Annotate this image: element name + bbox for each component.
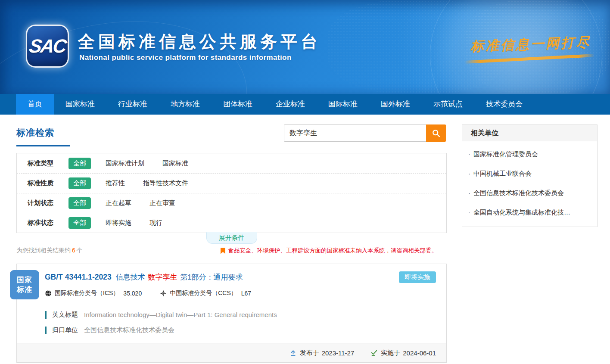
nav-item-pilot[interactable]: 示范试点 [422,94,474,115]
published-date: 2023-11-27 [322,349,355,357]
published-label: 发布于 [300,349,319,357]
filter-option[interactable]: 正在起草 [106,199,131,207]
committee-value: 全国信息技术标准化技术委员会 [84,326,174,334]
site-header: SAC 全国标准信息公共服务平台 National public service… [0,0,610,94]
publish-upload-icon [289,349,297,357]
english-title-label: 英文标题 [52,311,78,319]
filter-all-badge[interactable]: 全部 [68,158,91,169]
related-units-panel: 相关单位 ·国家标准化管理委员会 ·中国机械工业联合会 ·全国信息技术标准化技术… [462,124,598,227]
filter-label: 标准状态 [28,219,68,227]
standard-code-link[interactable]: GB/T 43441.1-2023 [45,273,112,282]
ics-group: 国际标准分类号（ICS） 35.020 [45,289,142,297]
filter-all-badge[interactable]: 全部 [68,217,91,229]
title-highlight: 数字孪生 [147,273,178,281]
results-count-suffix: 个 [77,247,83,254]
search-input[interactable] [284,124,426,142]
nav-item-home[interactable]: 首页 [16,94,54,115]
sidebar-item-it-standards-committee[interactable]: ·全国信息技术标准化技术委员会 [462,184,597,203]
card-footer: 发布于 2023-11-27 实施于 2024-06-01 [17,343,446,362]
site-subtitle: National public service platform for sta… [79,53,292,62]
ccs-value: L67 [241,290,251,297]
implemented-label: 实施于 [381,349,400,357]
main-column: 标准检索 标准类型 全部 国家标准计划 国家标准 标准性质 全 [16,124,447,363]
filter-option[interactable]: 推荐性 [106,179,125,187]
site-title: 全国标准信息公共服务平台 [78,30,321,53]
title-suffix: 第1部分：通用要求 [180,273,243,281]
related-units-title: 相关单位 [462,125,597,141]
filter-option[interactable]: 指导性技术文件 [143,179,188,187]
search-button[interactable] [426,124,446,142]
nav-item-national-standards[interactable]: 国家标准 [54,94,106,115]
compass-icon [160,290,167,297]
content-area: 标准检索 标准类型 全部 国家标准计划 国家标准 标准性质 全 [0,115,610,363]
card-body: GB/T 43441.1-2023 信息技术 数字孪生 第1部分：通用要求 即将… [17,264,446,343]
card-meta-row: 国际标准分类号（ICS） 35.020 中国标准分类号（CCS） L67 [45,289,436,297]
status-badge: 即将实施 [399,271,436,283]
related-units-list: ·国家标准化管理委员会 ·中国机械工业联合会 ·全国信息技术标准化技术委员会 ·… [462,141,597,227]
list-dot: · [468,189,470,196]
filter-option[interactable]: 即将实施 [106,219,131,227]
teal-bar-decoration [45,311,47,319]
list-dot: · [468,150,470,158]
ics-value: 35.020 [123,290,142,297]
sidebar-item-label: 国家标准化管理委员会 [473,150,538,158]
nav-item-group-standards[interactable]: 团体标准 [212,94,264,115]
standard-type-badge: 国家 标准 [10,270,39,299]
sac-logo: SAC [26,25,69,68]
standard-result-card: 国家 标准 GB/T 43441.1-2023 信息技术 数字孪生 第1部分：通… [16,264,447,363]
list-dot: · [468,170,470,177]
filter-row-standard-type: 标准类型 全部 国家标准计划 国家标准 [17,153,446,173]
type-badge-line2: 标准 [17,285,32,295]
title-prefix: 信息技术 [116,273,145,281]
english-title-value: Information technology—Digital twin—Part… [84,311,277,318]
nav-item-technical-committee[interactable]: 技术委员会 [474,94,534,115]
notice-text: 食品安全、环境保护、工程建设方面的国家标准未纳入本系统，请咨询相关部委。 [228,247,437,255]
nav-item-industry-standards[interactable]: 行业标准 [106,94,159,115]
committee-row: 归口单位 全国信息技术标准化技术委员会 [45,326,436,334]
nav-item-international-standards[interactable]: 国际标准 [317,94,369,115]
main-nav: 首页 国家标准 行业标准 地方标准 团体标准 企业标准 国际标准 国外标准 示范… [0,94,610,115]
sidebar-item-machinery-federation[interactable]: ·中国机械工业联合会 [462,164,597,184]
card-title-row: GB/T 43441.1-2023 信息技术 数字孪生 第1部分：通用要求 即将… [45,271,436,283]
nav-item-enterprise-standards[interactable]: 企业标准 [264,94,317,115]
sidebar-item-label: 全国自动化系统与集成标准化技… [473,208,570,216]
card-divider [45,303,436,303]
filter-option[interactable]: 国家标准计划 [106,159,144,168]
sidebar-item-label: 全国信息技术标准化技术委员会 [473,189,564,196]
filter-option[interactable]: 现行 [149,219,162,227]
search-box [284,124,446,142]
filter-panel: 标准类型 全部 国家标准计划 国家标准 标准性质 全部 推荐性 指导性技术文件 … [16,153,447,233]
expand-conditions-button[interactable]: 展开条件 [206,232,257,244]
bookmark-icon [221,248,225,254]
sidebar-item-automation-committee[interactable]: ·全国自动化系统与集成标准化技… [462,203,597,222]
nav-item-foreign-standards[interactable]: 国外标准 [369,94,422,115]
filter-label: 计划状态 [28,199,68,207]
ccs-label: 中国标准分类号（CCS） [170,289,237,297]
ccs-group: 中国标准分类号（CCS） L67 [160,289,251,297]
filter-all-badge[interactable]: 全部 [68,197,91,209]
sac-logo-text: SAC [28,35,67,57]
filter-option[interactable]: 正在审查 [149,199,175,207]
nav-item-local-standards[interactable]: 地方标准 [159,94,212,115]
standard-title-link[interactable]: 信息技术 数字孪生 第1部分：通用要求 [116,272,243,282]
sidebar: 相关单位 ·国家标准化管理委员会 ·中国机械工业联合会 ·全国信息技术标准化技术… [462,124,598,227]
sidebar-item-sac[interactable]: ·国家标准化管理委员会 [462,145,597,164]
results-count: 为您找到相关结果约6个 [16,247,83,255]
ics-label: 国际标准分类号（ICS） [55,289,119,297]
implemented-date: 2024-06-01 [403,349,436,357]
implemented-date-group: 实施于 2024-06-01 [370,349,436,357]
implement-check-icon [370,349,378,357]
published-date-group: 发布于 2023-11-27 [289,349,355,357]
results-info-row: 为您找到相关结果约6个 食品安全、环境保护、工程建设方面的国家标准未纳入本系统，… [16,247,447,255]
search-section: 标准检索 [16,124,447,149]
list-dot: · [468,208,470,216]
filter-option[interactable]: 国家标准 [162,159,188,168]
globe-icon [45,290,52,297]
filter-label: 标准性质 [28,179,68,187]
filter-label: 标准类型 [28,159,68,168]
results-count-prefix: 为您找到相关结果约 [16,247,71,254]
results-count-number: 6 [71,247,77,254]
filter-row-standard-status: 标准状态 全部 即将实施 现行 [17,213,446,233]
filter-all-badge[interactable]: 全部 [68,177,91,189]
filter-row-plan-status: 计划状态 全部 正在起草 正在审查 [17,193,446,213]
